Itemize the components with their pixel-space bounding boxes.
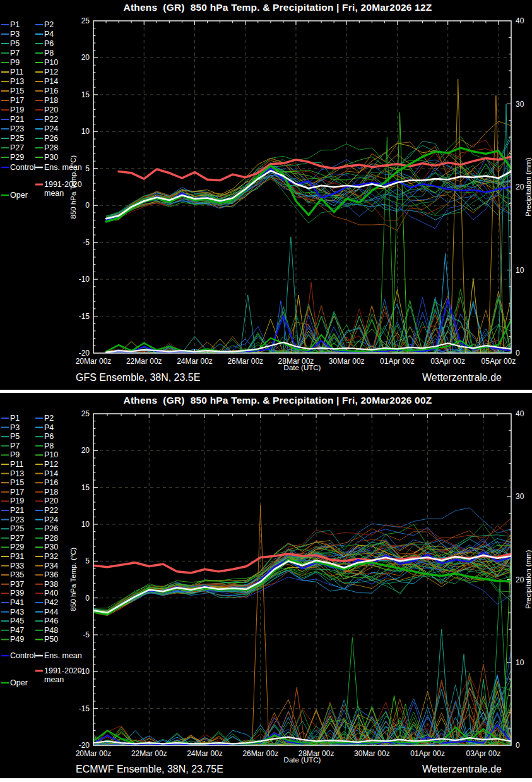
legend-label: Control [10,163,35,172]
legend-label: P44 [44,608,58,617]
legend-label: P33 [10,562,24,570]
svg-text:03Apr 00z: 03Apr 00z [466,749,501,758]
legend-label: P23 [10,124,24,133]
svg-text:20Mar 00z: 20Mar 00z [76,357,112,366]
legend-label: P16 [44,87,58,95]
legend-label: P39 [10,589,24,598]
legend-label: P18 [44,488,58,496]
legend-label: P34 [44,562,58,570]
legend-label: P23 [10,515,24,524]
ecmwf-ensemble-chart-panel: 2520151050-5-10-15-2040302010020Mar 00z2… [0,393,532,778]
ecmwf-chart-plot: 2520151050-5-10-15-2040302010020Mar 00z2… [0,393,532,778]
legend-label: P31 [10,552,24,561]
svg-text:-5: -5 [83,238,90,247]
legend-label: P15 [10,478,24,487]
legend-label: P41 [10,598,24,607]
svg-text:10: 10 [516,658,524,667]
legend-label: P1 [10,20,20,29]
legend-label: P19 [10,496,24,505]
y-axis-label-left: 850 hPa Temp. (°C) [69,155,77,219]
legend-label: P29 [10,543,24,551]
legend-label: P27 [10,534,24,543]
legend-label: P2 [44,414,54,423]
x-axis-label: Date (UTC) [239,756,365,764]
svg-text:20: 20 [516,575,524,584]
legend-label: P14 [44,469,58,478]
legend-label: P9 [10,450,20,459]
legend-label: P16 [44,478,58,487]
legend-label: P24 [44,515,58,524]
legend-label: P5 [10,39,20,48]
wetterzentrale-ensemble-page: 2520151050-5-10-15-2040302010020Mar 00z2… [0,0,532,782]
legend-label: P1 [10,414,20,423]
legend-label: P21 [10,506,24,515]
svg-text:10: 10 [516,266,524,275]
legend-label: P22 [44,506,58,515]
svg-text:5: 5 [85,164,90,173]
big-precip-spikes [252,505,511,745]
legend-label: P48 [44,626,58,635]
bottom-bar [0,778,532,782]
y-axis-label-right: Precipitation (mm) [524,550,532,608]
legend-label: P35 [10,570,24,579]
legend-label: P14 [44,77,58,86]
legend-label: P26 [44,524,58,533]
x-axis-label: Date (UTC) [239,364,365,371]
legend-label: P32 [44,552,58,561]
ensemble-member-precip-lines [93,649,511,745]
legend-label: P42 [44,598,58,607]
legend-label: P4 [44,423,54,432]
gfs-chart-plot: 2520151050-5-10-15-2040302010020Mar 00z2… [0,0,532,390]
legend-label: P25 [10,134,24,143]
svg-text:22Mar 00z: 22Mar 00z [131,749,167,758]
legend-label: P30 [44,153,58,162]
legend-label: P28 [44,534,58,543]
svg-text:15: 15 [81,483,90,492]
svg-text:24Mar 00z: 24Mar 00z [177,357,213,366]
svg-text:05Apr 00z: 05Apr 00z [482,357,516,366]
legend-label: P45 [10,617,24,625]
legend-label: P3 [10,423,20,432]
svg-text:22Mar 00z: 22Mar 00z [126,357,162,366]
svg-text:03Apr 00z: 03Apr 00z [430,357,465,366]
legend-label: P10 [44,58,58,67]
legend-label: P7 [10,49,20,57]
legend-label: P19 [10,105,24,114]
svg-text:-20: -20 [79,349,90,358]
y-axis-label-right: Precipitation (mm) [524,157,532,216]
svg-text:25: 25 [81,409,90,418]
legend-label: P37 [10,580,24,589]
watermark: Wetterzentrale.de [422,764,502,775]
svg-text:20: 20 [516,183,524,191]
legend-label: P21 [10,115,24,124]
svg-text:10: 10 [81,520,90,529]
legend-label: P13 [10,77,24,86]
legend-label: P20 [44,496,58,505]
svg-text:-20: -20 [79,741,90,750]
svg-text:25: 25 [81,16,90,25]
legend-label: P8 [44,442,54,450]
legend-label: Control [10,651,35,660]
legend-label: 1991-2020 [44,666,82,675]
svg-text:30: 30 [516,100,524,109]
legend-label: P27 [10,143,24,152]
legend-label: P11 [10,68,23,76]
chart-title: Athens (GR) 850 hPa Temp. & Precipitatio… [82,2,473,13]
svg-text:20Mar 00z: 20Mar 00z [76,749,112,758]
svg-text:0: 0 [516,349,520,358]
legend-label: P30 [44,543,58,551]
legend-label: P26 [44,134,58,143]
legend-label: P5 [10,432,20,441]
svg-text:0: 0 [516,741,520,750]
svg-text:01Apr 00z: 01Apr 00z [410,749,445,758]
gfs-ensemble-chart-panel: 2520151050-5-10-15-2040302010020Mar 00z2… [0,0,532,390]
svg-text:20: 20 [81,53,90,62]
legend-label: P38 [44,580,58,589]
legend-label: P47 [10,626,24,635]
svg-text:0: 0 [85,594,90,603]
legend-label: P6 [44,39,54,48]
svg-text:30: 30 [516,492,524,501]
svg-text:01Apr 00z: 01Apr 00z [380,357,415,366]
legend-label: P50 [44,635,58,644]
legend-label: P25 [10,524,24,533]
